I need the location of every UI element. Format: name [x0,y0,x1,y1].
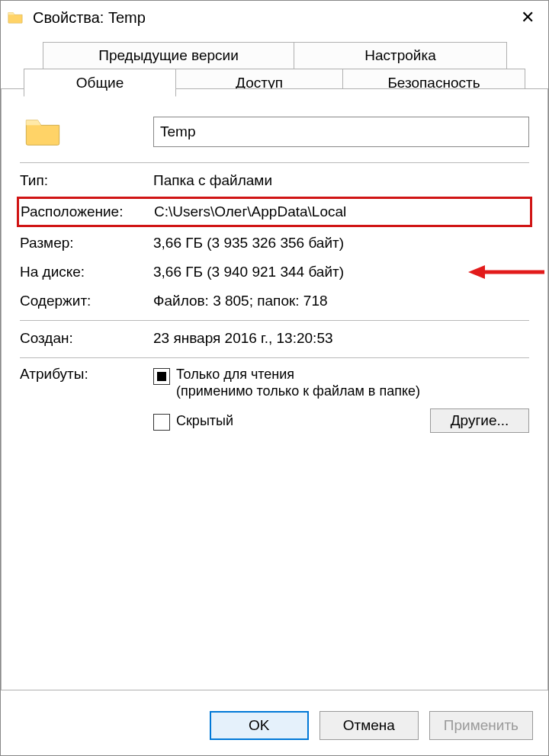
size-value: 3,66 ГБ (3 935 326 356 байт) [153,235,529,251]
readonly-attribute: Только для чтения (применимо только к фа… [153,366,529,399]
tab-customize[interactable]: Настройка [294,42,507,69]
ok-button[interactable]: OK [210,711,309,740]
contains-label: Содержит: [20,293,153,309]
dialog-footer: OK Отмена Применить [210,711,533,740]
window-title: Свойства: Temp [33,9,513,27]
location-value: C:\Users\Олег\AppData\Local [154,203,528,220]
type-row: Тип: Папка с файлами [20,166,529,195]
location-label: Расположение: [21,203,154,220]
tab-previous-versions[interactable]: Предыдущие версии [43,42,294,69]
properties-dialog: Свойства: Temp ✕ Предыдущие версии Настр… [0,0,549,756]
contains-row: Содержит: Файлов: 3 805; папок: 718 [20,287,529,316]
folder-icon-large [23,112,63,152]
arrow-annotation-icon [468,261,544,284]
contains-value: Файлов: 3 805; папок: 718 [153,293,529,309]
size-on-disk-row: На диске: 3,66 ГБ (3 940 921 344 байт) [20,258,529,287]
hidden-attribute-row: Скрытый Другие... [153,408,529,433]
divider [20,162,529,163]
created-row: Создан: 23 января 2016 г., 13:20:53 [20,324,529,353]
hidden-label: Скрытый [176,412,233,429]
cancel-button[interactable]: Отмена [319,711,419,740]
created-label: Создан: [20,330,153,347]
type-label: Тип: [20,172,153,189]
size-row: Размер: 3,66 ГБ (3 935 326 356 байт) [20,229,529,258]
location-row: Расположение: C:\Users\Олег\AppData\Loca… [21,202,528,222]
svg-marker-1 [468,265,485,279]
apply-button[interactable]: Применить [429,711,533,740]
size-on-disk-label: На диске: [20,264,153,280]
advanced-attributes-button[interactable]: Другие... [430,408,529,433]
name-row [20,106,529,158]
folder-icon [7,9,24,26]
titlebar: Свойства: Temp ✕ [1,1,548,34]
close-button[interactable]: ✕ [513,5,542,30]
attributes-label: Атрибуты: [20,366,153,383]
attributes-row: Атрибуты: Только для чтения (применимо т… [20,361,529,447]
divider [20,357,529,358]
readonly-label-line2: (применимо только к файлам в папке) [176,383,420,399]
divider [20,320,529,321]
created-value: 23 января 2016 г., 13:20:53 [153,330,529,347]
tab-general[interactable]: Общие [24,69,176,97]
readonly-label-line1: Только для чтения [176,367,294,382]
location-highlight-annotation: Расположение: C:\Users\Олег\AppData\Loca… [17,197,532,227]
size-label: Размер: [20,235,153,251]
readonly-checkbox[interactable] [153,368,170,385]
folder-name-input[interactable] [153,117,529,147]
tab-panel-general: Тип: Папка с файлами Расположение: C:\Us… [1,88,548,690]
hidden-checkbox[interactable] [153,414,170,431]
type-value: Папка с файлами [153,172,529,189]
